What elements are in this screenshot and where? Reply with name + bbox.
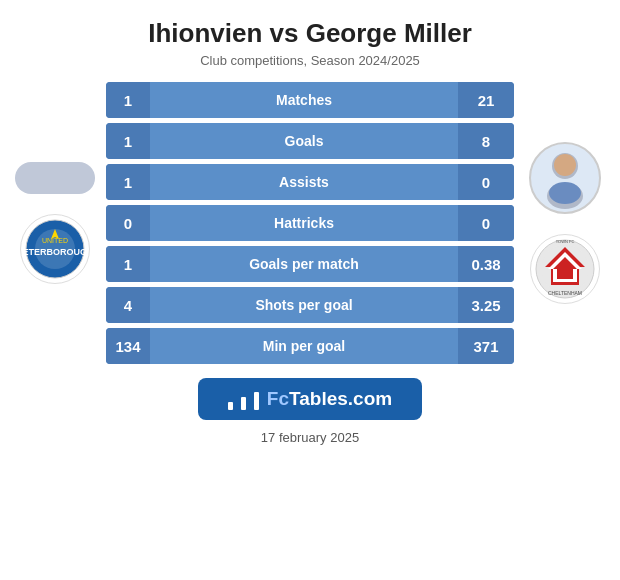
stat-label: Goals — [150, 133, 458, 149]
stat-left-value: 1 — [106, 164, 150, 200]
stat-row: 1Goals8 — [106, 123, 514, 159]
player-silhouette — [531, 144, 599, 212]
stat-right-value: 21 — [458, 82, 514, 118]
stat-label: Goals per match — [150, 256, 458, 272]
svg-point-8 — [549, 182, 581, 204]
stat-row: 134Min per goal371 — [106, 328, 514, 364]
stat-label: Hattricks — [150, 215, 458, 231]
peterborough-svg: PETERBOROUGH UNITED — [25, 219, 85, 279]
fctables-banner: FcTables.com — [198, 378, 422, 420]
stat-label: Min per goal — [150, 338, 458, 354]
page-title: Ihionvien vs George Miller — [148, 18, 472, 49]
stat-row: 1Assists0 — [106, 164, 514, 200]
left-logos: PETERBOROUGH UNITED — [10, 162, 100, 284]
svg-text:UNITED: UNITED — [42, 237, 68, 244]
stat-left-value: 4 — [106, 287, 150, 323]
stat-right-value: 0.38 — [458, 246, 514, 282]
page-subtitle: Club competitions, Season 2024/2025 — [148, 53, 472, 68]
cheltenham-svg: CHELTENHAM TOWN FC — [535, 239, 595, 299]
left-player-logo — [15, 162, 95, 194]
stat-left-value: 1 — [106, 246, 150, 282]
cheltenham-badge: CHELTENHAM TOWN FC — [530, 234, 600, 304]
stat-row: 0Hattricks0 — [106, 205, 514, 241]
chart-icon-3 — [254, 388, 259, 410]
tables-text: Tables.com — [289, 388, 392, 409]
svg-text:PETERBOROUGH: PETERBOROUGH — [25, 247, 85, 257]
chart-icon-2 — [241, 388, 246, 410]
fctables-label: FcTables.com — [267, 388, 392, 410]
stat-label: Assists — [150, 174, 458, 190]
stat-left-value: 134 — [106, 328, 150, 364]
stat-right-value: 8 — [458, 123, 514, 159]
george-miller-photo — [529, 142, 601, 214]
svg-point-7 — [554, 154, 576, 176]
stat-right-value: 3.25 — [458, 287, 514, 323]
chart-icon — [228, 388, 233, 410]
stats-table: 1Matches211Goals81Assists00Hattricks01Go… — [106, 82, 514, 364]
svg-text:CHELTENHAM: CHELTENHAM — [548, 290, 582, 296]
stat-row: 1Matches21 — [106, 82, 514, 118]
stat-left-value: 1 — [106, 82, 150, 118]
stat-right-value: 371 — [458, 328, 514, 364]
page-header: Ihionvien vs George Miller Club competit… — [138, 0, 482, 74]
stat-right-value: 0 — [458, 205, 514, 241]
stat-label: Shots per goal — [150, 297, 458, 313]
stat-row: 1Goals per match0.38 — [106, 246, 514, 282]
stat-row: 4Shots per goal3.25 — [106, 287, 514, 323]
stat-label: Matches — [150, 92, 458, 108]
stat-right-value: 0 — [458, 164, 514, 200]
fc-text: Fc — [267, 388, 289, 409]
svg-text:TOWN FC: TOWN FC — [556, 239, 575, 244]
stat-left-value: 1 — [106, 123, 150, 159]
stat-left-value: 0 — [106, 205, 150, 241]
right-logos: CHELTENHAM TOWN FC — [520, 142, 610, 304]
date-label: 17 february 2025 — [261, 430, 359, 445]
peterborough-badge: PETERBOROUGH UNITED — [20, 214, 90, 284]
main-content: PETERBOROUGH UNITED 1Matches211Goals81As… — [0, 82, 620, 364]
